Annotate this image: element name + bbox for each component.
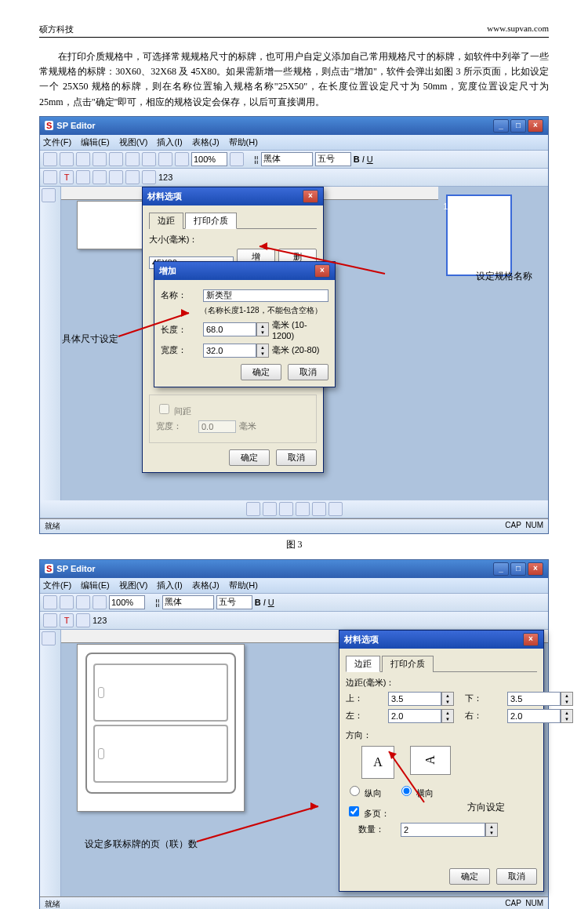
align-icon-2[interactable]	[263, 502, 277, 516]
new-icon[interactable]	[43, 152, 57, 166]
fontsize-select[interactable]	[315, 152, 351, 166]
menu-help-4[interactable]: 帮助(H)	[229, 580, 258, 591]
landscape-radio[interactable]	[401, 786, 412, 796]
menu-view[interactable]: 视图(V)	[119, 136, 148, 148]
menu-file[interactable]: 文件(F)	[43, 136, 71, 148]
company-url: www.supvan.com	[487, 24, 549, 35]
length-up[interactable]: ▲	[257, 323, 268, 329]
width-input[interactable]	[203, 344, 256, 358]
font-select-4[interactable]	[162, 595, 214, 609]
maximize-button-4[interactable]: □	[510, 562, 526, 576]
cut-icon[interactable]	[109, 152, 123, 166]
barcode-icon[interactable]	[125, 170, 140, 184]
menu-help[interactable]: 帮助(H)	[229, 136, 258, 148]
copy-icon[interactable]	[125, 152, 140, 166]
margin-top-input[interactable]	[388, 692, 441, 706]
cancel-button[interactable]: 取消	[276, 449, 317, 466]
menu-file-4[interactable]: 文件(F)	[43, 580, 71, 591]
ok-button[interactable]: 确定	[229, 449, 270, 466]
underline-button-4[interactable]: U	[268, 598, 274, 607]
gap-checkbox[interactable]	[159, 404, 169, 414]
side-toolbar-4	[40, 630, 61, 896]
add-ok-button[interactable]: 确定	[241, 364, 281, 380]
margin-right-input[interactable]	[507, 709, 561, 723]
close-button[interactable]: ×	[528, 119, 543, 133]
save-icon-4[interactable]	[76, 595, 90, 609]
margin-left-input[interactable]	[388, 709, 441, 723]
width-down[interactable]: ▼	[257, 351, 268, 357]
menu-table[interactable]: 表格(J)	[192, 136, 220, 148]
landscape-icon[interactable]: A	[410, 746, 451, 775]
underline-button[interactable]: U	[367, 155, 373, 164]
portrait-radio[interactable]	[350, 786, 360, 796]
save-icon[interactable]	[76, 152, 90, 166]
text-icon[interactable]: T	[60, 170, 74, 184]
side-tool-4[interactable]	[42, 631, 56, 645]
ellipse-icon[interactable]	[93, 170, 107, 184]
align-icon-1[interactable]	[246, 502, 260, 516]
bold-button[interactable]: B	[354, 155, 360, 164]
minimize-button-4[interactable]: _	[493, 562, 509, 576]
dialog-close-button[interactable]: ×	[303, 190, 318, 203]
print-icon-4[interactable]	[93, 595, 107, 609]
image-icon[interactable]	[142, 170, 156, 184]
text-icon-4[interactable]: T	[60, 613, 74, 627]
canvas-4[interactable]	[77, 644, 245, 812]
portrait-icon[interactable]: A	[361, 746, 394, 779]
italic-button-4[interactable]: I	[263, 598, 266, 607]
menu-edit[interactable]: 编辑(E)	[81, 136, 110, 148]
tab-margin[interactable]: 边距	[149, 213, 183, 229]
bold-button-4[interactable]: B	[255, 598, 261, 607]
length-down[interactable]: ▼	[257, 329, 268, 336]
dialog-close-button-4[interactable]: ×	[523, 633, 539, 646]
add-dialog-close-button[interactable]: ×	[314, 264, 330, 278]
name-input[interactable]	[203, 289, 328, 302]
tab-media-4[interactable]: 打印介质	[382, 656, 434, 672]
minimize-button[interactable]: _	[493, 119, 509, 133]
ok-button-4[interactable]: 确定	[449, 868, 490, 885]
open-icon[interactable]	[60, 152, 74, 166]
print-icon[interactable]	[93, 152, 107, 166]
fontsize-select-4[interactable]	[216, 595, 252, 609]
menu-table-4[interactable]: 表格(J)	[192, 580, 220, 591]
zoom-input-4[interactable]	[109, 595, 145, 609]
open-icon-4[interactable]	[60, 595, 74, 609]
line-icon[interactable]	[109, 170, 123, 184]
qty-up[interactable]: ▲	[486, 824, 497, 830]
add-cancel-button[interactable]: 取消	[288, 364, 328, 380]
tab-margin-4[interactable]: 边距	[346, 656, 380, 672]
pointer-icon[interactable]	[43, 170, 57, 184]
quantity-input[interactable]	[401, 823, 485, 837]
align-icon-4[interactable]	[296, 502, 310, 516]
new-icon-4[interactable]	[43, 595, 57, 609]
help-icon[interactable]	[230, 152, 244, 166]
menu-insert[interactable]: 插入(I)	[157, 136, 182, 148]
undo-icon[interactable]	[158, 152, 172, 166]
menu-edit-4[interactable]: 编辑(E)	[81, 580, 110, 591]
menu-view-4[interactable]: 视图(V)	[119, 580, 148, 591]
zoom-input[interactable]	[191, 152, 227, 166]
italic-button[interactable]: I	[362, 155, 365, 164]
cancel-button-4[interactable]: 取消	[496, 868, 537, 885]
redo-icon[interactable]	[175, 152, 189, 166]
width-up[interactable]: ▲	[257, 344, 268, 351]
align-icon-5[interactable]	[312, 502, 326, 516]
pointer-icon-4[interactable]	[43, 613, 57, 627]
tab-media[interactable]: 打印介质	[185, 213, 237, 229]
margin-bottom-input[interactable]	[507, 692, 561, 706]
multipage-checkbox[interactable]	[349, 806, 359, 816]
rect-icon[interactable]	[76, 170, 90, 184]
side-tool-1[interactable]	[42, 188, 56, 202]
close-button-4[interactable]: ×	[528, 562, 543, 576]
qty-down[interactable]: ▼	[486, 830, 497, 836]
rect-icon-4[interactable]	[76, 613, 90, 627]
font-select[interactable]	[261, 152, 313, 166]
align-icon-6[interactable]	[328, 502, 343, 516]
align-icon-3[interactable]	[279, 502, 293, 516]
gap-width-input[interactable]	[198, 420, 236, 433]
paste-icon[interactable]	[142, 152, 156, 166]
length-input[interactable]	[203, 322, 256, 336]
menu-insert-4[interactable]: 插入(I)	[157, 580, 182, 591]
preview-thumbnail[interactable]	[446, 195, 512, 276]
maximize-button[interactable]: □	[510, 119, 526, 133]
